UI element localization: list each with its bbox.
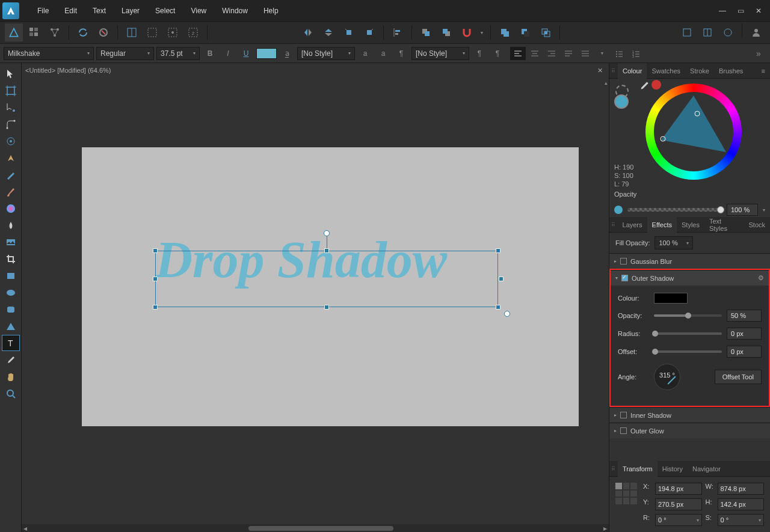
rotate-ccw-icon[interactable]	[340, 23, 358, 41]
text-fill-color[interactable]	[256, 48, 277, 59]
triangle-tool-icon[interactable]	[2, 318, 20, 334]
outer-glow-checkbox[interactable]	[620, 427, 627, 434]
char-style-icon[interactable]: a̲	[279, 47, 295, 60]
panel-menu-icon[interactable]: ≡	[757, 67, 770, 75]
shadow-opacity-value[interactable]: 50 %	[727, 310, 762, 322]
boolean-subtract-icon[interactable]	[516, 23, 534, 41]
panel-grip-icon[interactable]: ⠿	[609, 222, 615, 228]
opacity-slider[interactable]	[627, 208, 722, 212]
pixel-persona-icon[interactable]	[25, 23, 43, 41]
list-bullet-icon[interactable]	[611, 47, 627, 60]
scroll-thumb[interactable]	[248, 526, 393, 531]
effect-inner-shadow-header[interactable]: ▸ Inner Shadow	[609, 407, 770, 423]
account-icon[interactable]	[747, 23, 765, 41]
tab-brushes[interactable]: Brushes	[714, 63, 748, 79]
brush-tool-icon[interactable]	[2, 183, 20, 200]
pen-tool-icon[interactable]	[2, 150, 20, 166]
menu-help[interactable]: Help	[256, 3, 286, 19]
sel-handle-ml[interactable]	[153, 277, 158, 281]
para-ltr-icon[interactable]: ¶	[472, 47, 487, 60]
scroll-left-icon[interactable]: ◂	[22, 524, 29, 533]
tab-swatches[interactable]: Swatches	[647, 63, 685, 79]
tab-layers[interactable]: Layers	[618, 217, 647, 233]
rotate-cw-icon[interactable]	[360, 23, 378, 41]
para-style-select[interactable]: [No Style]	[411, 47, 469, 60]
viewport-control-icon[interactable]: ▴	[605, 80, 608, 86]
scroll-right-icon[interactable]: ▸	[602, 524, 609, 533]
close-button[interactable]: ✕	[754, 7, 763, 15]
opacity-value[interactable]: 100 %	[727, 204, 758, 216]
symbols-icon[interactable]	[678, 23, 696, 41]
snapping-options-icon[interactable]: ▾	[478, 23, 485, 41]
close-tab-icon[interactable]: ✕	[597, 67, 603, 75]
boolean-intersect-icon[interactable]	[537, 23, 555, 41]
tab-stroke[interactable]: Stroke	[685, 63, 714, 79]
anchor-selector[interactable]	[615, 483, 637, 504]
point-transform-tool-icon[interactable]	[2, 133, 20, 149]
flip-horizontal-icon[interactable]	[299, 23, 317, 41]
align-justify-all-icon[interactable]	[578, 47, 593, 60]
move-tool-icon[interactable]	[2, 66, 20, 82]
assets-icon[interactable]	[698, 23, 716, 41]
snapping-magnet-icon[interactable]	[458, 23, 476, 41]
h-value[interactable]: 142.4 px	[718, 498, 765, 510]
inner-shadow-checkbox[interactable]	[620, 412, 627, 418]
export-persona-icon[interactable]	[46, 23, 64, 41]
tab-styles[interactable]: Styles	[677, 217, 704, 233]
ellipse-tool-icon[interactable]	[2, 284, 20, 301]
zoom-tool-icon[interactable]	[2, 385, 20, 402]
menu-file[interactable]: File	[30, 3, 56, 19]
order-front-icon[interactable]	[437, 23, 455, 41]
tab-transform[interactable]: Transform	[618, 461, 658, 477]
tab-navigator[interactable]: Navigator	[688, 461, 725, 477]
pencil-tool-icon[interactable]	[2, 167, 20, 183]
offset-tool-button[interactable]: Offset Tool	[715, 370, 762, 384]
view-retina-icon[interactable]: 2	[184, 23, 202, 41]
effect-gaussian-blur-header[interactable]: ▸ Gaussian Blur	[609, 253, 770, 269]
resource-manager-icon[interactable]	[719, 23, 737, 41]
sel-handle-br[interactable]	[496, 305, 500, 310]
shadow-color-swatch[interactable]	[654, 293, 688, 304]
sel-handle-tc[interactable]	[324, 248, 329, 253]
effect-settings-icon[interactable]: ⚙	[758, 274, 764, 282]
typography-panel-icon[interactable]: a	[375, 47, 391, 60]
gaussian-blur-checkbox[interactable]	[620, 258, 627, 264]
tab-history[interactable]: History	[658, 461, 688, 477]
synchronize-defaults-icon[interactable]	[74, 23, 92, 41]
fill-stroke-selector[interactable]	[614, 84, 638, 108]
view-pixel-icon[interactable]	[164, 23, 182, 41]
hand-tool-icon[interactable]	[2, 368, 20, 385]
viewport[interactable]: ▴ Drop Shadow	[22, 78, 609, 524]
outer-shadow-checkbox[interactable]	[621, 275, 628, 281]
document-tab[interactable]: <Untitled> [Modified] (64.6%)	[25, 67, 111, 74]
align-center-text-icon[interactable]	[527, 47, 543, 60]
shadow-offset-value[interactable]: 0 px	[727, 346, 762, 358]
italic-button[interactable]: I	[220, 47, 236, 60]
font-family-select[interactable]: Milkshake	[4, 47, 94, 60]
tab-text-styles[interactable]: Text Styles	[704, 217, 744, 233]
revert-defaults-icon[interactable]	[94, 23, 112, 41]
x-value[interactable]: 194.8 px	[655, 483, 702, 495]
crop-tool-icon[interactable]	[2, 251, 20, 267]
place-image-tool-icon[interactable]	[2, 234, 20, 250]
rectangle-tool-icon[interactable]	[2, 268, 20, 284]
char-style-select[interactable]: [No Style]	[297, 47, 355, 60]
paragraph-panel-icon[interactable]: ¶	[393, 47, 409, 60]
fill-tool-icon[interactable]	[2, 200, 20, 216]
panel-grip-icon[interactable]: ⠿	[609, 68, 615, 74]
align-right-text-icon[interactable]	[544, 47, 559, 60]
shadow-opacity-slider[interactable]	[654, 314, 722, 317]
menu-view[interactable]: View	[183, 3, 214, 19]
boolean-add-icon[interactable]	[496, 23, 514, 41]
designer-persona-icon[interactable]	[5, 23, 23, 41]
sel-handle-scale[interactable]	[504, 311, 510, 317]
r-value[interactable]: 0 °	[655, 514, 702, 526]
align-left-text-icon[interactable]	[510, 47, 526, 60]
context-overflow-icon[interactable]: »	[751, 47, 766, 60]
bold-button[interactable]: B	[202, 47, 218, 60]
sel-handle-bc[interactable]	[324, 305, 329, 310]
artistic-text-tool-icon[interactable]: T	[2, 335, 20, 351]
menu-text[interactable]: Text	[85, 3, 113, 19]
order-back-icon[interactable]	[417, 23, 435, 41]
rounded-rect-tool-icon[interactable]	[2, 301, 20, 317]
